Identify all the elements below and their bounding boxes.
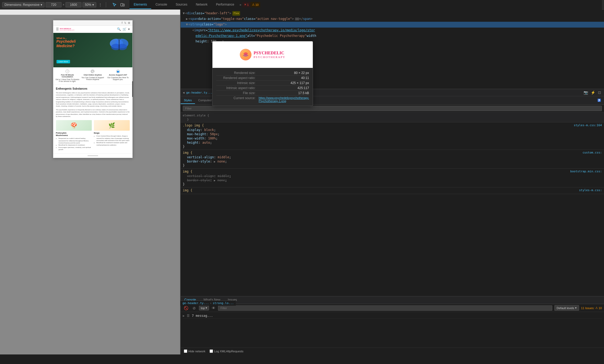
expand-icon-1[interactable]: ▼ [183, 11, 185, 16]
style-block-header-1: .logo img { styles-m.css:164 [183, 124, 602, 128]
inspect-element-icon[interactable] [111, 1, 118, 8]
img-source-3[interactable]: styles-m.css: [579, 188, 602, 193]
default-levels-button[interactable]: Default levels ▾ [554, 305, 579, 311]
svg-rect-0 [121, 3, 123, 6]
current-source-value[interactable]: https://www.psychedelicpsychotherapy.io/… [259, 96, 309, 103]
feature3-sub: Our Coaches Are Here ToSupport you. [107, 77, 129, 80]
hide-network-checkbox[interactable] [184, 349, 187, 353]
clear-console-button[interactable]: 🚫 [183, 305, 189, 311]
console-settings-button[interactable]: ⊘ [192, 305, 197, 311]
feature1-sub: Get a 1 Hour Free To AssessIf our servic… [55, 78, 79, 82]
psilocybin-img: 🍄 [56, 120, 92, 131]
account-icon: ▾ [128, 27, 130, 31]
iboga-img: 🌿 [94, 120, 130, 131]
logo-img-source[interactable]: styles-m.css:164 [574, 124, 602, 128]
tab-elements[interactable]: Elements [129, 1, 151, 9]
dom-breakpoints-icon[interactable]: ⊡ [597, 90, 602, 95]
tooltip-current-source-row: Current source: https://www.psychedelicp… [216, 96, 309, 103]
tree-line-3[interactable]: ▼ <strong class="logo" > [181, 22, 604, 27]
tree-line-4[interactable]: <img src="https://www.psychedelicpsychot… [181, 28, 604, 33]
accessibility-icon[interactable]: ♿ [597, 98, 602, 103]
width-input[interactable] [46, 2, 62, 7]
tab-network[interactable]: Network [192, 1, 212, 9]
expand-icon-2[interactable]: ▶ [186, 16, 188, 21]
hide-network-label[interactable]: Hide network [184, 349, 205, 353]
site-features: ♡ Free 60 MinuteConsultation Get a 1 Hou… [53, 67, 132, 85]
style-block-header-4: img { styles-m.css: [183, 188, 602, 193]
rendered-size-value: 80 × 22 px [294, 71, 309, 75]
file-size-value: 17.5 kB [298, 91, 309, 95]
rendered-size-label: Rendered size: [216, 71, 259, 75]
devtools-top-toolbar: Dimensions: Responsive ▾ × 50% ▾ ⋮ Eleme… [0, 0, 604, 10]
error-badge[interactable]: ✕ 1 [242, 2, 250, 7]
styles-filter-input[interactable] [183, 106, 602, 111]
issues-label: 11 Issues: ⚠ 10 [581, 306, 602, 310]
psilocybin-list: Respected as a safe & natural healing sa… [56, 137, 92, 151]
hero-learn-more[interactable]: Learn More [57, 60, 70, 63]
feature-chat-icon: 💬 [91, 69, 94, 73]
site-hero: What is... PsychedeliMedicine? Learn Mor… [53, 33, 132, 67]
warning-badge[interactable]: ⚠ 10 [250, 2, 260, 7]
chevron-down-icon: ▾ [41, 3, 42, 7]
rendered-aspect-label: Rendered aspect ratio: [216, 76, 259, 80]
zoom-selector[interactable]: 50% ▾ [82, 2, 96, 7]
prop-border-style-2: border-style: ▶ none; [183, 178, 602, 182]
feature2-sub: You Can Contact A SupportPerson Anytime [81, 77, 104, 80]
style-block-img-custom: img { custom.css: vertical-align: middle… [181, 150, 604, 169]
msg-text-1: 7 messag... [192, 314, 213, 318]
expand-icon-3[interactable]: ▼ [186, 22, 188, 27]
tab-computed[interactable]: Computed [195, 97, 215, 104]
current-source-label: Current source: [216, 96, 259, 103]
breadcrumb-1[interactable]: ge-header.ty... [186, 91, 212, 94]
tab-styles[interactable]: Styles [181, 97, 195, 104]
event-listeners-icon[interactable]: ⚡ [590, 90, 596, 95]
feature-heart-icon: ♡ [66, 69, 69, 73]
twitter-icon: 𝕏 [124, 21, 126, 24]
feature1-title: Free 60 MinuteConsultation [61, 74, 74, 78]
screenshot-icon[interactable]: 📷 [583, 90, 589, 95]
devtools-tabs: Elements Console Sources Network Perform… [129, 0, 602, 10]
tab-overflow[interactable]: » [238, 1, 242, 9]
console-messages[interactable]: ▶ ☰ 7 messag... [181, 312, 604, 348]
intrinsic-size-value: 425 × 117 px [290, 81, 309, 85]
border-style-arrow-1[interactable]: ▶ [214, 160, 215, 163]
search-icon: 🔍 [117, 27, 121, 31]
tree-line-2[interactable]: ▶ <span data-action="toggle-nav" class="… [181, 16, 604, 22]
log-xml-checkbox[interactable] [210, 349, 213, 353]
logo-img-closing: } [183, 145, 602, 148]
img-selector-1: img { [183, 151, 192, 155]
console-filter-input[interactable] [218, 305, 552, 311]
list-icon-1: ☰ [187, 314, 190, 318]
img-selector-2: img { [183, 170, 192, 173]
img-source-2[interactable]: bootstrap.min.css: [570, 170, 602, 174]
prop-border-style-1: border-style: ▶ none; [183, 159, 602, 164]
more-options-button[interactable]: ⋮ [97, 2, 103, 8]
resize-handle[interactable] [131, 20, 134, 158]
tab-sources[interactable]: Sources [171, 1, 192, 9]
ellipsis-icon: ⋮ [98, 3, 102, 7]
error-count: 1 [247, 3, 249, 6]
dimensions-selector[interactable]: Dimensions: Responsive ▾ [2, 2, 45, 7]
context-label: top [201, 306, 205, 310]
tab-performance[interactable]: Performance [212, 1, 238, 9]
hide-network-text: Hide network [188, 350, 205, 353]
tooltip-logo-text: PSYCHEDELIC PSYCHOTHERAPY [254, 51, 285, 59]
tree-line-1[interactable]: ▼ <div class="header-left" > flex [181, 11, 604, 16]
cart-icon: 🛒 [123, 27, 127, 31]
img-source-1[interactable]: custom.css: [583, 151, 602, 155]
back-arrow[interactable]: ◀ [183, 91, 185, 94]
height-input[interactable] [66, 2, 81, 7]
img-bootstrap-closing: } [183, 182, 602, 186]
tree-line-5[interactable]: edelic-Psychotherapy-1.png" alt="Psyched… [181, 33, 604, 39]
context-selector[interactable]: top ▾ [199, 305, 209, 310]
hero-title: PsychedeliMedicine? [57, 39, 76, 48]
expand-arrow-1[interactable]: ▶ [183, 314, 185, 318]
eye-button[interactable]: 👁 [211, 305, 216, 311]
expand-ellipsis-btn-2[interactable]: ··· [295, 17, 299, 20]
tab-console[interactable]: Console [151, 1, 171, 9]
border-style-arrow-2[interactable]: ▶ [214, 179, 215, 182]
tooltip-image-preview: PSYCHEDELIC PSYCHOTHERAPY [212, 41, 313, 68]
ruler-top [0, 10, 180, 15]
log-xml-label[interactable]: Log XMLHttpRequests [210, 349, 244, 353]
device-toggle-icon[interactable] [119, 1, 126, 8]
